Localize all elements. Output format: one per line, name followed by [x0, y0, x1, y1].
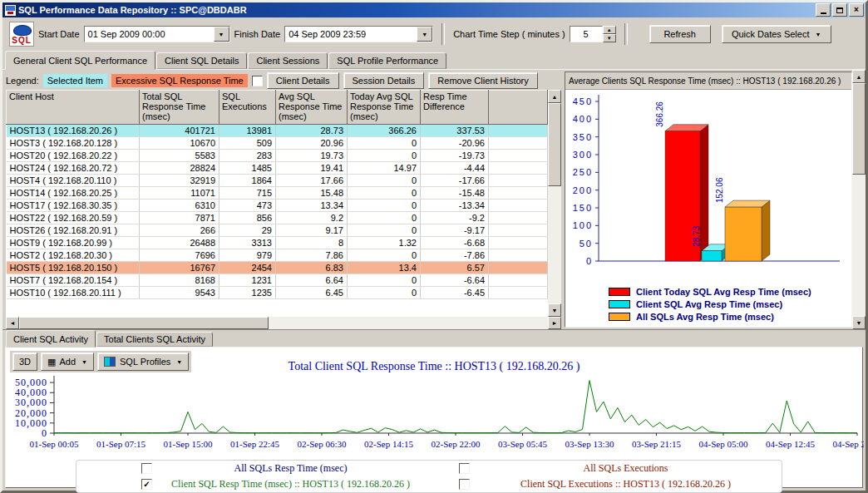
checkbox-checked[interactable]: ✓ — [141, 479, 152, 490]
table-row[interactable]: HOST24 ( 192.168.20.72 )28824148519.4114… — [7, 162, 548, 175]
scrollbar-thumb[interactable] — [19, 317, 269, 329]
table-row[interactable]: HOST2 ( 192.168.20.30 )76969797.860-7.86 — [7, 249, 548, 262]
value-cell: 0 — [348, 137, 421, 150]
scroll-right-icon[interactable]: ► — [548, 317, 561, 329]
scrollbar-track[interactable] — [19, 317, 548, 329]
tab-general-client-sql-performance[interactable]: General Client SQL Performance — [5, 51, 155, 70]
value-cell: 20.96 — [276, 137, 348, 150]
table-row[interactable]: HOST20 ( 192.168.20.22 )558328319.730-19… — [7, 150, 548, 162]
spin-up-icon[interactable]: ▲ — [603, 26, 616, 34]
tab-client-sql-details[interactable]: Client SQL Details — [156, 52, 247, 69]
svg-text:450: 450 — [573, 96, 593, 106]
svg-text:250: 250 — [573, 167, 593, 177]
series-checkbox-label: Client SQL Resp Time (msec) :: HOST13 ( … — [152, 478, 429, 491]
activity-line-chart: 010,00020,00030,00040,00050,00001-Sep 00… — [7, 375, 864, 460]
database-disk-icon — [13, 25, 32, 36]
value-cell: 6.45 — [276, 287, 348, 299]
scrollbar-thumb[interactable] — [548, 103, 561, 186]
activity-chart-body: 3D ▦ Add ▼ SQL Profiles ▼ Total Client S… — [5, 347, 863, 488]
tab-total-clients-sql-activity[interactable]: Total Clients SQL Activity — [96, 332, 213, 347]
value-cell: 1231 — [219, 274, 276, 287]
start-date-combo[interactable]: 01 Sep 2009 00:00 ▼ — [84, 26, 230, 42]
column-header[interactable]: Resp Time Difference — [421, 91, 489, 125]
legend-filter-checkbox[interactable] — [252, 76, 263, 86]
scroll-down-icon[interactable]: ▼ — [548, 303, 561, 317]
tab-client-sql-activity[interactable]: Client SQL Activity — [6, 330, 96, 348]
series-checkbox-item[interactable]: ✓Client SQL Resp Time (msec) :: HOST13 (… — [76, 476, 429, 492]
filler-cell — [489, 274, 548, 287]
scrollbar-thumb[interactable] — [852, 83, 866, 175]
legend-bar: Legend: Selected Item Excessive SQL Resp… — [6, 71, 561, 90]
scroll-down-icon[interactable]: ▼ — [852, 316, 866, 329]
checkbox-unchecked[interactable] — [141, 463, 152, 474]
table-vertical-scrollbar[interactable]: ▲ ▼ — [548, 90, 561, 317]
table-row[interactable]: HOST4 ( 192.168.20.110 )32919186417.660-… — [7, 175, 548, 187]
client-details-button[interactable]: Client Details — [267, 72, 339, 89]
avg-response-chart-panel: Average Clients SQL Response Time (msec)… — [565, 71, 852, 328]
table-row[interactable]: HOST14 ( 192.168.20.25 )1107171515.480-1… — [7, 187, 548, 200]
table-row[interactable]: HOST3 ( 192.168.20.128 )1067050920.960-2… — [7, 137, 548, 150]
legend-item: Client Today SQL Avg Resp Time (msec) — [609, 287, 851, 297]
filler-cell — [489, 262, 548, 274]
svg-text:10,000: 10,000 — [15, 417, 47, 429]
scroll-up-icon[interactable]: ▲ — [548, 90, 561, 103]
svg-text:200: 200 — [573, 185, 593, 195]
table-row[interactable]: HOST26 ( 192.168.20.91 )266299.170-9.17 — [7, 224, 548, 237]
quick-dates-select-button[interactable]: Quick Dates Select ▼ — [722, 25, 831, 43]
legend-label: Client SQL Avg Resp Time (msec) — [636, 299, 782, 309]
table-row[interactable]: HOST5 ( 192.168.20.150 )1676724546.8313.… — [7, 262, 548, 274]
checkbox-unchecked[interactable] — [459, 463, 470, 474]
table-row[interactable]: HOST22 ( 192.168.20.59 )78718569.20-9.2 — [7, 212, 548, 224]
value-cell: 0 — [348, 274, 421, 287]
bar-chart-svg: 050100150200250300350400450366.2628.7315… — [565, 90, 851, 273]
client-host-cell: HOST10 ( 192.168.20.111 ) — [7, 287, 140, 299]
maximize-button[interactable] — [832, 3, 847, 17]
table-row[interactable]: HOST17 ( 192.168.30.35 )631047313.340-13… — [7, 200, 548, 212]
table-row[interactable]: HOST9 ( 192.168.20.99 )26488331381.32-6.… — [7, 237, 548, 249]
scroll-up-icon[interactable]: ▲ — [852, 70, 866, 83]
svg-text:350: 350 — [573, 132, 593, 142]
column-header[interactable]: Client Host — [7, 91, 140, 125]
filler-cell — [489, 224, 548, 237]
series-checkbox-item[interactable]: All SQLs Resp Time (msec) — [76, 461, 429, 476]
scroll-left-icon[interactable]: ◄ — [6, 317, 19, 329]
value-cell: 0 — [348, 224, 421, 237]
panel-vertical-scrollbar[interactable]: ▲ ▼ — [852, 70, 866, 329]
value-cell: 7.86 — [276, 249, 348, 262]
column-header[interactable]: SQL Executions — [219, 91, 276, 125]
remove-client-history-button[interactable]: Remove Client History — [428, 72, 537, 89]
tab-sql-profile-performance[interactable]: SQL Profile Performance — [328, 52, 446, 69]
svg-text:01-Sep 22:45: 01-Sep 22:45 — [230, 439, 279, 449]
spin-down-icon[interactable]: ▼ — [603, 34, 616, 42]
checkbox-unchecked[interactable] — [459, 479, 470, 490]
table-row[interactable]: HOST10 ( 192.168.20.111 )954312356.450-6… — [7, 287, 548, 299]
column-header[interactable]: Today Avg SQL Response Time (msec) — [348, 91, 421, 125]
series-checkbox-item[interactable]: Client SQL Executions :: HOST13 ( 192.16… — [429, 476, 782, 492]
series-checkbox-item[interactable]: All SQLs Executions — [429, 461, 782, 476]
time-step-value[interactable]: 5 — [570, 26, 603, 42]
table-row[interactable]: HOST13 ( 192.168.20.26 )4017211398128.73… — [7, 125, 548, 137]
chevron-down-icon[interactable]: ▼ — [417, 27, 432, 42]
scrollbar-track[interactable] — [548, 103, 561, 303]
app-icon — [5, 5, 16, 16]
refresh-button[interactable]: Refresh — [649, 25, 711, 43]
table-row[interactable]: HOST7 ( 192.168.20.154 )816812316.640-6.… — [7, 274, 548, 287]
time-step-spinner[interactable]: 5 ▲ ▼ — [570, 26, 616, 42]
chevron-down-icon[interactable]: ▼ — [214, 27, 229, 42]
toolbar-separator — [624, 23, 628, 45]
scrollbar-track[interactable] — [852, 83, 866, 316]
table-horizontal-scrollbar[interactable]: ◄ ► — [6, 317, 561, 329]
session-details-button[interactable]: Session Details — [343, 72, 425, 89]
titlebar[interactable]: SQL Performance Data Repository :: SPC@D… — [2, 2, 866, 17]
svg-text:150: 150 — [573, 203, 593, 213]
value-cell: 1485 — [219, 162, 276, 175]
finish-date-combo[interactable]: 04 Sep 2009 23:59 ▼ — [284, 26, 433, 42]
value-cell: -20.96 — [421, 137, 489, 150]
tab-client-sessions[interactable]: Client Sessions — [248, 52, 328, 69]
value-cell: 29 — [219, 224, 276, 237]
close-button[interactable]: × — [849, 3, 864, 17]
column-header[interactable]: Avg SQL Response Time (msec) — [276, 91, 348, 125]
minimize-button[interactable] — [816, 3, 831, 17]
column-header[interactable]: Total SQL Response Time (msec) — [140, 91, 219, 125]
value-cell: 26488 — [140, 237, 219, 249]
